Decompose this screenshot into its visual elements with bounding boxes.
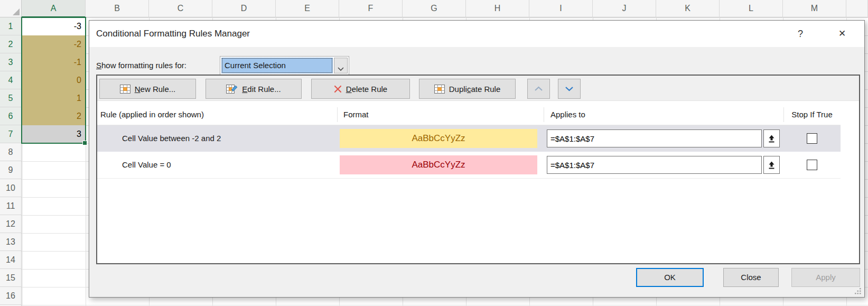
- column-header-rule: Rule (applied in order shown): [100, 105, 204, 125]
- column-header-d[interactable]: D: [212, 0, 276, 17]
- help-icon: ?: [798, 29, 803, 39]
- cell-a5[interactable]: 1: [22, 89, 85, 107]
- new-rule-button[interactable]: New Rule...: [99, 79, 196, 99]
- rule-2-applies-to-input[interactable]: [547, 156, 762, 174]
- rule-2-stop-if-true-checkbox[interactable]: [807, 160, 817, 170]
- column-header-k[interactable]: K: [656, 0, 720, 17]
- duplicate-rule-button[interactable]: Duplicate Rule: [419, 79, 516, 99]
- fill-handle[interactable]: [82, 141, 87, 145]
- close-dialog-button[interactable]: Close: [723, 268, 779, 287]
- show-rules-for-combobox[interactable]: Current Selection: [220, 56, 349, 75]
- combobox-dropdown-button[interactable]: [334, 58, 348, 73]
- column-headers: ABCDEFGHIJKLM: [0, 0, 868, 17]
- cell-a1[interactable]: -3: [22, 17, 85, 35]
- header-separator: [544, 107, 544, 122]
- help-button[interactable]: ?: [792, 26, 809, 42]
- conditional-formatting-rules-manager-dialog: Conditional Formatting Rules Manager ? ✕…: [89, 20, 865, 298]
- dialog-titlebar[interactable]: Conditional Formatting Rules Manager ? ✕: [89, 21, 864, 47]
- column-header-stop-if-true: Stop If True: [783, 105, 841, 125]
- collapse-dialog-icon: [768, 161, 775, 169]
- row-headers: 12345678910111213141516: [0, 17, 22, 306]
- column-header-partial[interactable]: [846, 0, 868, 17]
- ok-button[interactable]: OK: [636, 268, 704, 287]
- column-header-l[interactable]: L: [720, 0, 783, 17]
- column-header-c[interactable]: C: [149, 0, 212, 17]
- rule-2-description: Cell Value = 0: [122, 152, 171, 178]
- row-header-9[interactable]: 9: [0, 161, 21, 179]
- dialog-title: Conditional Formatting Rules Manager: [96, 21, 250, 47]
- cell-a6[interactable]: 2: [22, 107, 85, 125]
- excel-window: ABCDEFGHIJKLM 12345678910111213141516 -3…: [0, 0, 868, 306]
- rule-2-format-preview: AaBbCcYyZz: [340, 155, 537, 174]
- column-header-applies-to: Applies to: [550, 105, 585, 125]
- delete-x-icon: [334, 85, 342, 93]
- column-header-a[interactable]: A: [22, 0, 86, 17]
- column-header-b[interactable]: B: [86, 0, 149, 17]
- collapse-dialog-icon: [768, 135, 775, 143]
- table-grid-icon: [434, 85, 445, 94]
- apply-button: Apply: [791, 268, 860, 287]
- column-header-j[interactable]: J: [593, 0, 656, 17]
- column-header-f[interactable]: F: [339, 0, 403, 17]
- table-edit-pencil-icon: [226, 85, 238, 94]
- rule-1-applies-to-input[interactable]: [547, 129, 762, 147]
- edit-rule-button[interactable]: Edit Rule...: [206, 79, 302, 99]
- row-divider: [97, 178, 841, 179]
- column-header-i[interactable]: I: [529, 0, 593, 17]
- cell-a3[interactable]: -1: [22, 53, 85, 71]
- chevron-up-icon: [534, 86, 543, 91]
- cell-a2[interactable]: -2: [22, 35, 85, 53]
- column-header-e[interactable]: E: [276, 0, 339, 17]
- row-header-7[interactable]: 7: [0, 125, 21, 143]
- header-separator: [337, 107, 338, 122]
- column-header-m[interactable]: M: [783, 0, 846, 17]
- row-header-10[interactable]: 10: [0, 179, 21, 197]
- row-header-11[interactable]: 11: [0, 197, 21, 215]
- rule-1-description: Cell Value between -2 and 2: [122, 125, 221, 152]
- delete-rule-button[interactable]: Delete Rule: [311, 79, 410, 99]
- row-header-8[interactable]: 8: [0, 143, 21, 161]
- row-header-12[interactable]: 12: [0, 215, 21, 233]
- row-header-1[interactable]: 1: [0, 17, 21, 35]
- rule-1-format-preview: AaBbCcYyZz: [340, 129, 537, 148]
- row-header-3[interactable]: 3: [0, 53, 21, 71]
- row-header-4[interactable]: 4: [0, 71, 21, 89]
- close-icon: ✕: [838, 29, 846, 39]
- row-header-14[interactable]: 14: [0, 251, 21, 269]
- select-all-triangle-icon: [13, 8, 20, 15]
- duplicate-rule-label: Duplicate Rule: [449, 85, 501, 94]
- chevron-down-icon: [565, 86, 574, 91]
- row-header-15[interactable]: 15: [0, 269, 21, 287]
- row-header-5[interactable]: 5: [0, 89, 21, 107]
- rule-1-stop-if-true-checkbox[interactable]: [807, 133, 817, 144]
- table-grid-icon: [120, 85, 130, 94]
- delete-rule-label: Delete Rule: [346, 85, 387, 94]
- rule-1-collapse-dialog-button[interactable]: [763, 129, 780, 147]
- select-all-corner[interactable]: [0, 0, 22, 17]
- row-header-2[interactable]: 2: [0, 35, 21, 53]
- column-header-g[interactable]: G: [403, 0, 466, 17]
- edit-rule-label: Edit Rule...: [242, 85, 281, 94]
- close-button[interactable]: ✕: [834, 26, 851, 42]
- cell-a7[interactable]: 3: [22, 125, 85, 143]
- row-header-13[interactable]: 13: [0, 233, 21, 251]
- new-rule-label: New Rule...: [135, 85, 176, 94]
- cell-a4[interactable]: 0: [22, 71, 85, 89]
- move-rule-up-button[interactable]: [527, 79, 550, 99]
- row-header-6[interactable]: 6: [0, 107, 21, 125]
- resize-grip[interactable]: [854, 288, 862, 296]
- row-header-16[interactable]: 16: [0, 287, 21, 305]
- chevron-down-icon: [338, 67, 344, 71]
- column-header-format: Format: [343, 105, 369, 125]
- rule-2-collapse-dialog-button[interactable]: [763, 156, 780, 174]
- move-rule-down-button[interactable]: [558, 79, 581, 99]
- show-formatting-rules-label: Show formatting rules for:: [96, 56, 186, 75]
- header-separator: [783, 107, 784, 122]
- column-header-h[interactable]: H: [466, 0, 529, 17]
- combobox-selected-value: Current Selection: [221, 58, 333, 73]
